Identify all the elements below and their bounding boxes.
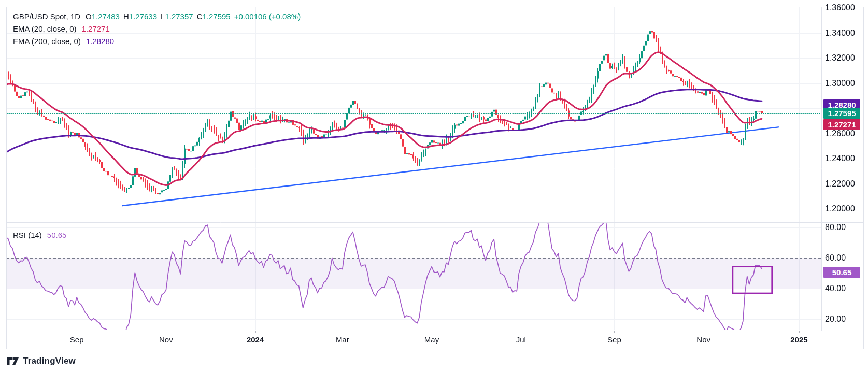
time-axis-label: 2024 bbox=[247, 335, 264, 344]
price-axis-label: 1.20000 bbox=[825, 204, 855, 214]
ema20-label: EMA (20, close, 0) bbox=[13, 24, 77, 33]
legend-ema200-row[interactable]: EMA (200, close, 0) 1.28280 bbox=[13, 35, 301, 47]
legend-ema20-row[interactable]: EMA (20, close, 0) 1.27271 bbox=[13, 22, 301, 35]
ohlc-close-prefix: C bbox=[197, 12, 203, 21]
time-axis-label: Jul bbox=[516, 335, 526, 344]
time-axis-label: Mar bbox=[336, 335, 349, 344]
price-axis-label: 1.32000 bbox=[825, 53, 855, 63]
rsi-axis-label: 40.00 bbox=[825, 283, 846, 294]
rsi-value-badge: 50.65 bbox=[823, 267, 860, 278]
legend: GBP/USD Spot, 1D O1.27483 H1.27633 L1.27… bbox=[13, 10, 301, 47]
price-axis-label: 1.30000 bbox=[825, 78, 855, 89]
ohlc-low-prefix: L bbox=[161, 12, 165, 21]
symbol-title: GBP/USD Spot, 1D bbox=[13, 12, 80, 21]
last-price-badge: 1.27595 bbox=[823, 108, 860, 119]
ohlc-high-prefix: H bbox=[123, 12, 129, 21]
rsi-axis-label: 80.00 bbox=[825, 222, 846, 233]
ohlc-high-value: 1.27633 bbox=[129, 12, 157, 21]
price-axis-label: 1.36000 bbox=[825, 3, 855, 13]
price-axis-label: 1.24000 bbox=[825, 153, 855, 164]
chart-canvas[interactable] bbox=[0, 0, 868, 372]
ema200-value: 1.28280 bbox=[86, 37, 114, 46]
time-axis-label: Nov bbox=[159, 335, 173, 344]
tradingview-chart: GBP/USD Spot, 1D O1.27483 H1.27633 L1.27… bbox=[0, 0, 868, 372]
ohlc-change: +0.00106 (+0.08%) bbox=[234, 12, 301, 21]
ema20-value: 1.27271 bbox=[82, 24, 110, 33]
time-axis-label: May bbox=[424, 335, 439, 344]
rsi-label: RSI (14) bbox=[13, 231, 42, 239]
time-axis-label: 2025 bbox=[790, 335, 807, 344]
ema20-price-badge: 1.27271 bbox=[823, 119, 860, 130]
time-axis-label: Nov bbox=[696, 335, 710, 344]
price-axis-label: 1.34000 bbox=[825, 28, 855, 38]
ohlc-low-value: 1.27357 bbox=[165, 12, 193, 21]
time-axis-label: Sep bbox=[607, 335, 621, 344]
ohlc-open-value: 1.27483 bbox=[92, 12, 120, 21]
tradingview-attribution[interactable]: TradingView bbox=[7, 356, 76, 366]
tradingview-watermark-text: TradingView bbox=[23, 356, 76, 366]
time-axis-label: Sep bbox=[70, 335, 84, 344]
ohlc-close-value: 1.27595 bbox=[202, 12, 230, 21]
rsi-axis-label: 20.00 bbox=[825, 314, 846, 324]
ema200-label: EMA (200, close, 0) bbox=[13, 37, 81, 46]
price-axis-label: 1.22000 bbox=[825, 179, 855, 189]
rsi-legend-row[interactable]: RSI (14) 50.65 bbox=[13, 228, 66, 241]
tradingview-logo-icon bbox=[7, 357, 19, 366]
ohlc-open-prefix: O bbox=[86, 12, 92, 21]
rsi-axis-label: 60.00 bbox=[825, 253, 846, 263]
rsi-value: 50.65 bbox=[47, 231, 67, 239]
legend-symbol-row[interactable]: GBP/USD Spot, 1D O1.27483 H1.27633 L1.27… bbox=[13, 10, 301, 22]
